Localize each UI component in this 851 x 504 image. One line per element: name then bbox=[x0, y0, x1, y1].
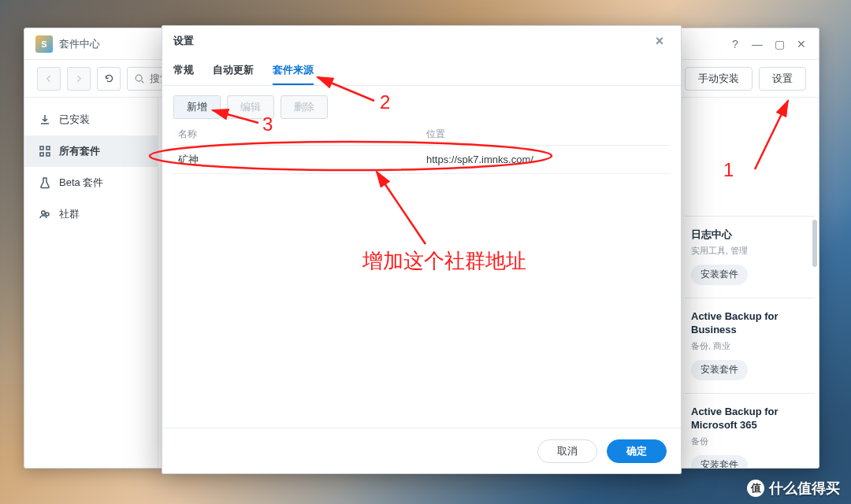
window-title: 套件中心 bbox=[59, 37, 100, 51]
svg-rect-2 bbox=[46, 146, 50, 150]
watermark: 值 什么值得买 bbox=[747, 479, 840, 498]
package-card[interactable]: Active Backup for Business 备份, 商业 安装套件 bbox=[685, 298, 815, 393]
app-logo-icon: S bbox=[35, 35, 53, 53]
sidebar-item-label: 所有套件 bbox=[59, 144, 100, 158]
add-button[interactable]: 新增 bbox=[173, 95, 221, 119]
svg-rect-3 bbox=[40, 153, 43, 156]
sidebar-item-label: 已安装 bbox=[59, 113, 90, 127]
minimize-button[interactable]: — bbox=[746, 33, 768, 55]
cancel-button[interactable]: 取消 bbox=[537, 439, 597, 463]
table-row[interactable]: 矿神 https://spk7.imnks.com/ bbox=[173, 146, 670, 174]
svg-point-5 bbox=[42, 211, 46, 215]
edit-button[interactable]: 编辑 bbox=[227, 95, 274, 119]
install-button[interactable]: 安装套件 bbox=[691, 265, 748, 285]
sidebar-item-label: 社群 bbox=[59, 207, 80, 221]
ok-button[interactable]: 确定 bbox=[607, 439, 667, 463]
maximize-button[interactable]: ▢ bbox=[768, 33, 790, 55]
dialog-title: 设置 bbox=[173, 34, 194, 48]
package-card[interactable]: Active Backup for Microsoft 365 备份 安装套件 bbox=[685, 393, 815, 468]
svg-point-0 bbox=[136, 75, 142, 81]
dialog-titlebar: 设置 × bbox=[162, 26, 681, 56]
tab-general[interactable]: 常规 bbox=[173, 56, 194, 85]
package-title: Active Backup for Microsoft 365 bbox=[691, 405, 808, 432]
close-button[interactable]: ✕ bbox=[790, 33, 812, 55]
back-button[interactable] bbox=[37, 67, 61, 91]
package-list: 日志中心 实用工具, 管理 安装套件 Active Backup for Bus… bbox=[685, 216, 815, 468]
dialog-tabs: 常规 自动更新 套件来源 bbox=[162, 56, 681, 86]
tab-auto-update[interactable]: 自动更新 bbox=[213, 56, 254, 85]
sidebar-item-installed[interactable]: 已安装 bbox=[24, 104, 158, 135]
package-card[interactable]: 日志中心 实用工具, 管理 安装套件 bbox=[685, 216, 815, 298]
sidebar-item-beta[interactable]: Beta 套件 bbox=[24, 167, 158, 198]
svg-point-6 bbox=[46, 213, 49, 216]
sidebar-item-community[interactable]: 社群 bbox=[24, 198, 158, 230]
sidebar-item-all[interactable]: 所有套件 bbox=[24, 135, 158, 167]
dialog-close-button[interactable]: × bbox=[649, 31, 670, 51]
column-header-name[interactable]: 名称 bbox=[173, 128, 422, 141]
column-header-location[interactable]: 位置 bbox=[422, 128, 670, 141]
table-header: 名称 位置 bbox=[173, 124, 670, 146]
sidebar-item-label: Beta 套件 bbox=[59, 176, 103, 190]
community-icon bbox=[39, 208, 51, 220]
package-title: Active Backup for Business bbox=[691, 309, 808, 337]
install-button[interactable]: 安装套件 bbox=[691, 455, 748, 468]
manual-install-button[interactable]: 手动安装 bbox=[685, 67, 753, 91]
search-icon bbox=[134, 73, 145, 84]
cell-location: https://spk7.imnks.com/ bbox=[422, 154, 670, 165]
svg-rect-4 bbox=[46, 153, 50, 156]
scrollbar-thumb[interactable] bbox=[812, 220, 817, 267]
scrollbar[interactable] bbox=[811, 220, 819, 468]
tab-package-sources[interactable]: 套件来源 bbox=[273, 56, 314, 85]
delete-button[interactable]: 删除 bbox=[281, 95, 328, 119]
settings-dialog: 设置 × 常规 自动更新 套件来源 新增 编辑 删除 名称 位置 矿神 http… bbox=[162, 25, 682, 474]
dialog-body: 新增 编辑 删除 名称 位置 矿神 https://spk7.imnks.com… bbox=[162, 86, 681, 428]
dialog-footer: 取消 确定 bbox=[162, 428, 681, 473]
cell-name: 矿神 bbox=[173, 153, 422, 167]
svg-rect-1 bbox=[40, 146, 43, 150]
beta-icon bbox=[39, 176, 51, 189]
sidebar: 已安装 所有套件 Beta 套件 社群 bbox=[24, 98, 158, 468]
help-button[interactable]: ? bbox=[724, 33, 746, 55]
grid-icon bbox=[39, 145, 51, 158]
watermark-badge-icon: 值 bbox=[747, 480, 764, 497]
package-subtitle: 备份 bbox=[691, 435, 808, 447]
install-button[interactable]: 安装套件 bbox=[691, 360, 748, 380]
package-subtitle: 备份, 商业 bbox=[691, 340, 808, 352]
package-title: 日志中心 bbox=[691, 228, 808, 242]
forward-button[interactable] bbox=[67, 67, 91, 91]
refresh-button[interactable] bbox=[97, 67, 121, 91]
download-icon bbox=[39, 113, 51, 126]
package-subtitle: 实用工具, 管理 bbox=[691, 245, 808, 257]
watermark-text: 什么值得买 bbox=[769, 479, 840, 498]
settings-button[interactable]: 设置 bbox=[759, 67, 806, 91]
